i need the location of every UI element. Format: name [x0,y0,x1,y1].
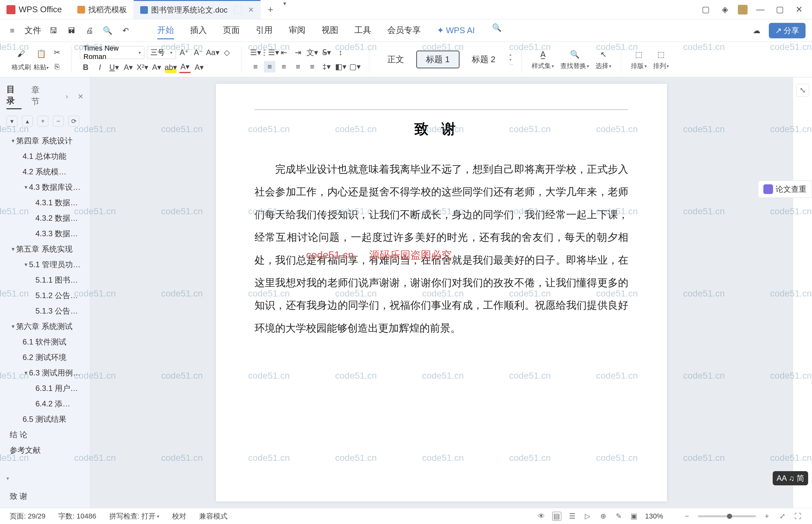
outline-item[interactable]: 4.3.3 数据… [3,226,87,241]
menu-tab-tools[interactable]: 工具 [354,22,371,39]
italic-icon[interactable]: I [94,62,106,73]
sidebar-current-heading[interactable]: 致 谢 [0,488,90,505]
outline-item[interactable]: 4.3.1 数据… [3,195,87,210]
align-right-icon[interactable]: ≡ [278,61,290,72]
menu-tab-view[interactable]: 视图 [321,22,338,39]
reading-mode-float[interactable]: AA ♫ 简 [773,471,808,485]
outline-item[interactable]: 结 论 [3,427,87,442]
fill-color-icon[interactable]: ◧▾ [335,61,346,72]
eye-icon[interactable]: 👁 [537,512,546,521]
web-view-icon[interactable]: ⊕ [599,512,608,521]
shading-icon[interactable]: A▾ [193,62,205,73]
print-icon[interactable]: 🖨 [84,25,95,36]
border-icon[interactable]: ▢▾ [349,61,361,72]
chevron-down-icon[interactable]: ▾ [10,137,16,144]
draw-icon[interactable]: ✎ [614,512,623,521]
outline-item[interactable]: ▾第五章 系统实现 [3,241,87,257]
chevron-down-icon[interactable]: ▾ [22,184,29,191]
paste-button[interactable]: 📋 粘贴▾ [34,47,49,71]
app-logo[interactable]: WPS Office [0,4,71,15]
outline-expand-icon[interactable]: ▴ [22,116,33,127]
increase-font-icon[interactable]: A⁺ [179,47,190,58]
chevron-down-icon[interactable]: ▾ [10,323,16,330]
outline-item[interactable]: 4.2 系统模… [3,164,87,180]
status-proof[interactable]: 校对 [172,511,186,521]
number-list-icon[interactable]: ⋮☰▾ [264,47,276,58]
font-size-select[interactable]: 三号▾ [147,46,176,59]
chevron-down-icon[interactable]: ▾ [22,261,29,268]
menu-tab-home[interactable]: 开始 [157,22,174,39]
select-button[interactable]: ↖ 选择▾ [595,49,611,70]
line-spacing-icon[interactable]: ‡▾ [320,61,332,72]
tab-window-icon[interactable] [234,6,242,14]
menu-tab-reference[interactable]: 引用 [256,22,272,39]
sidebar-nav-icon[interactable]: › [66,93,68,101]
outline-item[interactable]: 6.3.1 用户… [3,381,87,396]
font-color-icon[interactable]: A▾ [179,62,191,73]
sort-icon[interactable]: ↕ [335,47,346,58]
menu-tab-review[interactable]: 审阅 [289,22,305,39]
style-h1[interactable]: 标题 1 [416,51,460,68]
order-button[interactable]: ⬚ 排列▾ [653,49,669,70]
outline-item[interactable]: 4.1 总体功能 [3,149,87,164]
close-button[interactable]: ✕ [793,3,806,16]
find-replace-button[interactable]: 🔍 查找替换▾ [560,49,589,70]
zoom-slider[interactable] [698,515,756,517]
font-effect-icon[interactable]: A▾ [151,62,162,73]
outline-item[interactable]: ▾第六章 系统测试 [3,319,87,334]
menu-tab-insert[interactable]: 插入 [190,22,207,39]
outline-item[interactable]: 6.2 测试环境 [3,350,87,365]
tab-document[interactable]: 图书管理系统论文.doc ✕ [134,0,261,19]
strikethrough-icon[interactable]: S̶▾ [320,47,332,58]
outline-item[interactable]: 5.1.1 图书… [3,272,87,288]
undo-icon[interactable]: ↶ [120,25,131,36]
outline-item[interactable]: 5.1.2 公告… [3,288,87,303]
new-tab-menu[interactable]: ▾ [280,0,289,19]
bold-icon[interactable]: B [80,62,92,73]
status-spellcheck[interactable]: 拼写检查: 打开▾ [109,511,159,521]
share-button[interactable]: ↗ 分享 [769,23,806,38]
chevron-down-icon[interactable]: ▾ [10,246,16,253]
decrease-indent-icon[interactable]: ⇤ [278,47,290,58]
style-set-button[interactable]: A̲ 样式集▾ [532,49,554,70]
clear-format-icon[interactable]: ◇ [221,47,233,58]
bullet-list-icon[interactable]: ☰▾ [250,47,261,58]
fit-width-icon[interactable]: ⤢ [778,512,787,521]
decrease-font-icon[interactable]: A⁻ [193,47,204,58]
maximize-button[interactable]: ▢ [773,3,786,16]
document-page[interactable]: 致谢 完成毕业设计也就意味着我离毕业不远了，想到自己即将离开学校，正式步入社会参… [216,84,667,502]
sidebar-tab-toc[interactable]: 目录 [6,84,21,109]
copy-icon[interactable]: ⎘ [51,61,63,72]
status-words[interactable]: 字数: 10486 [58,511,96,521]
focus-icon[interactable]: ▣ [630,512,639,521]
outline-item[interactable]: ▾5.1 管理员功… [3,257,87,272]
outline-item[interactable]: 6.5 测试结果 [3,411,87,427]
sidebar-tab-chapter[interactable]: 章节 [31,84,46,109]
underline-icon[interactable]: U▾ [108,62,120,73]
cut-icon[interactable]: ✂ [51,47,63,58]
sidebar-close-icon[interactable]: ✕ [78,93,83,101]
zoom-value[interactable]: 130% [645,512,663,521]
outline-item[interactable]: ▾第四章 系统设计 [3,133,87,149]
increase-indent-icon[interactable]: ⇥ [292,47,304,58]
outline-item[interactable]: 4.3.2 数据… [3,210,87,226]
outline-item[interactable]: ▾4.3 数据库设… [3,180,87,195]
minimize-button[interactable]: — [754,3,767,16]
align-center-icon[interactable]: ≡ [264,61,276,72]
outline-item[interactable]: 6.4.2 添… [3,396,87,411]
style-up-icon[interactable]: ▴ [510,52,513,57]
fullscreen-icon[interactable]: ⛶ [793,512,802,521]
arrange-button[interactable]: ⬚ 排版▾ [631,49,647,70]
chevron-down-icon[interactable]: ▾ [22,369,29,376]
outline-collapse-icon[interactable]: ▾ [6,116,17,127]
style-expand-icon[interactable]: ⋯ [510,63,513,67]
chevron-down-icon[interactable]: ▾ [6,475,9,481]
paper-check-button[interactable]: 论文查重 [758,180,812,198]
cube-icon[interactable]: ◈ [718,3,731,16]
change-case-icon[interactable]: Aa▾ [207,47,218,58]
zoom-in-icon[interactable]: + [762,512,772,521]
outline-item[interactable]: ▾6.3 测试用例… [3,365,87,381]
window-grid-icon[interactable]: ▢ [699,3,712,16]
document-canvas[interactable]: 致谢 完成毕业设计也就意味着我离毕业不远了，想到自己即将离开学校，正式步入社会参… [90,77,793,508]
superscript-icon[interactable]: X²▾ [137,62,148,73]
